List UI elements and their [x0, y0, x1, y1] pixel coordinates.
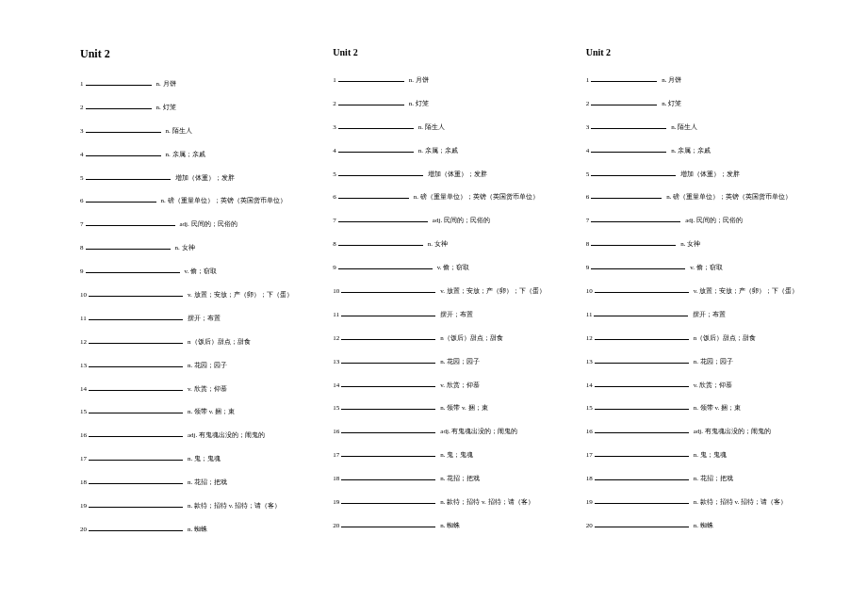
vocab-item-row: 15n. 领带 v. 捆；束 [333, 402, 557, 412]
fill-blank[interactable] [86, 149, 161, 156]
fill-blank[interactable] [86, 266, 180, 273]
fill-blank[interactable] [595, 402, 689, 410]
fill-blank[interactable] [338, 191, 409, 199]
vocab-item-row: 1n. 月饼 [333, 74, 557, 84]
fill-blank[interactable] [341, 332, 435, 340]
fill-blank[interactable] [591, 98, 657, 105]
item-number: 20 [333, 522, 339, 529]
fill-blank[interactable] [86, 242, 171, 250]
item-number: 12 [586, 334, 593, 342]
fill-blank[interactable] [338, 238, 423, 246]
vocab-item-row: 13n. 花园；园子 [333, 356, 557, 365]
fill-blank[interactable] [89, 453, 183, 461]
fill-blank[interactable] [341, 356, 435, 364]
fill-blank[interactable] [341, 309, 435, 316]
item-definition: adj. 民间的；民俗的 [433, 217, 490, 224]
item-number: 17 [333, 451, 339, 459]
fill-blank[interactable] [89, 524, 183, 531]
fill-blank[interactable] [591, 262, 685, 269]
item-definition: n. 月饼 [662, 76, 681, 84]
fill-blank[interactable] [89, 500, 183, 508]
item-definition: n. 陌生人 [671, 123, 697, 131]
fill-blank[interactable] [341, 449, 435, 457]
vocab-item-row: 15n. 领带 v. 捆；束 [80, 406, 304, 415]
fill-blank[interactable] [338, 215, 428, 222]
fill-blank[interactable] [341, 473, 435, 480]
item-definition: v. 放置；安放；产（卵）；下（蛋） [188, 291, 293, 299]
item-number: 14 [586, 381, 593, 389]
item-number: 9 [80, 267, 84, 275]
fill-blank[interactable] [591, 169, 676, 176]
item-definition: n. 领带 v. 捆；束 [188, 408, 235, 415]
fill-blank[interactable] [338, 169, 423, 176]
fill-blank[interactable] [86, 125, 161, 133]
fill-blank[interactable] [89, 313, 183, 320]
fill-blank[interactable] [595, 356, 689, 364]
fill-blank[interactable] [338, 145, 414, 153]
fill-blank[interactable] [591, 215, 680, 222]
fill-blank[interactable] [595, 285, 689, 293]
fill-blank[interactable] [595, 449, 689, 457]
fill-blank[interactable] [89, 406, 183, 413]
fill-blank[interactable] [341, 380, 435, 387]
vocab-item-row: 16adj. 有鬼魂出没的；闹鬼的 [333, 426, 557, 435]
vocab-item-row: 10v. 放置；安放；产（卵）；下（蛋） [333, 285, 557, 295]
fill-blank[interactable] [591, 122, 666, 129]
item-number: 1 [586, 76, 590, 84]
fill-blank[interactable] [595, 380, 689, 387]
item-number: 3 [586, 123, 590, 131]
item-definition: n. 花园；园子 [440, 358, 480, 365]
fill-blank[interactable] [89, 336, 183, 344]
fill-blank[interactable] [338, 122, 414, 129]
fill-blank[interactable] [89, 289, 183, 297]
fill-blank[interactable] [595, 473, 689, 480]
item-number: 13 [80, 362, 87, 369]
fill-blank[interactable] [338, 262, 433, 269]
fill-blank[interactable] [341, 402, 435, 410]
vocab-item-row: 7adj. 民间的；民俗的 [333, 215, 557, 224]
fill-blank[interactable] [89, 477, 183, 484]
worksheet-column: Unit 21n. 月饼2n. 灯笼3n. 陌生人4n. 亲属；亲戚5增加（体重… [80, 47, 304, 588]
fill-blank[interactable] [595, 496, 689, 504]
fill-blank[interactable] [341, 285, 435, 293]
item-definition: n. 款待；招待 v. 招待；请（客） [694, 498, 787, 506]
fill-blank[interactable] [89, 383, 183, 391]
fill-blank[interactable] [341, 426, 435, 433]
fill-blank[interactable] [89, 430, 183, 437]
fill-blank[interactable] [341, 520, 435, 527]
fill-blank[interactable] [594, 309, 688, 316]
fill-blank[interactable] [591, 145, 666, 153]
fill-blank[interactable] [591, 191, 662, 199]
item-number: 16 [333, 428, 339, 435]
item-definition: n. 亲属；亲戚 [418, 147, 458, 154]
fill-blank[interactable] [86, 195, 156, 203]
item-number: 19 [333, 498, 339, 506]
item-number: 18 [80, 478, 87, 486]
vocab-item-row: 9v. 偷；窃取 [80, 266, 304, 275]
fill-blank[interactable] [341, 496, 435, 504]
fill-blank[interactable] [338, 74, 404, 82]
vocab-item-row: 2n. 灯笼 [80, 102, 304, 111]
item-definition: v. 偷；窃取 [437, 264, 470, 271]
fill-blank[interactable] [86, 102, 152, 109]
item-number: 16 [586, 428, 593, 435]
fill-blank[interactable] [595, 332, 689, 340]
fill-blank[interactable] [595, 426, 689, 433]
fill-blank[interactable] [595, 520, 689, 527]
vocab-item-row: 4n. 亲属；亲戚 [80, 149, 304, 158]
fill-blank[interactable] [591, 238, 676, 246]
item-number: 12 [333, 334, 339, 342]
vocab-item-row: 16adj. 有鬼魂出没的；闹鬼的 [586, 426, 810, 435]
item-definition: n. 灯笼 [409, 100, 429, 107]
vocab-item-row: 10v. 放置；安放；产（卵）；下（蛋） [586, 285, 810, 295]
vocab-item-row: 5增加（体重）；发胖 [80, 172, 304, 182]
item-number: 13 [586, 358, 593, 365]
fill-blank[interactable] [338, 98, 404, 105]
fill-blank[interactable] [86, 78, 152, 86]
fill-blank[interactable] [86, 172, 171, 180]
fill-blank[interactable] [86, 219, 175, 226]
fill-blank[interactable] [591, 74, 657, 82]
fill-blank[interactable] [89, 360, 183, 367]
item-definition: adj. 有鬼魂出没的；闹鬼的 [440, 428, 517, 435]
item-number: 5 [80, 174, 84, 182]
